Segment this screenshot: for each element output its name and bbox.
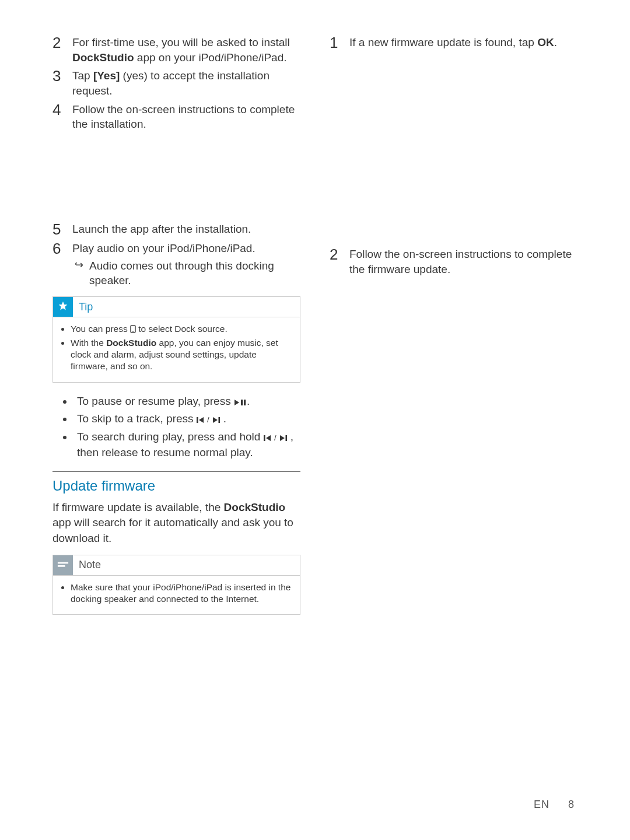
- step-number: 2: [330, 247, 341, 276]
- page-footer: EN 8: [534, 799, 575, 811]
- tip-box: Tip You can press to select Dock source.…: [52, 296, 300, 383]
- step-number: 3: [52, 68, 64, 98]
- step-number: 4: [52, 102, 64, 132]
- dock-icon: [130, 324, 136, 334]
- step-text: Launch the app after the installation.: [72, 222, 300, 237]
- step-result: ↪ Audio comes out through this docking s…: [75, 258, 300, 288]
- svg-rect-4: [197, 417, 198, 423]
- note-box: Note Make sure that your iPod/iPhone/iPa…: [52, 555, 300, 615]
- image-placeholder: [52, 135, 300, 222]
- svg-rect-11: [58, 565, 65, 567]
- right-column: 1 If a new firmware update is found, tap…: [330, 35, 578, 625]
- step-2-right: 2 Follow the on-screen instructions to c…: [330, 247, 578, 276]
- svg-rect-3: [244, 400, 246, 405]
- step-text: Follow the on-screen instructions to com…: [349, 247, 578, 276]
- list-item: To skip to a track, press /.: [74, 411, 300, 427]
- step-2: 2 For first-time use, you will be asked …: [52, 35, 300, 65]
- svg-text:/: /: [207, 416, 209, 424]
- update-firmware-text: If firmware update is available, the Doc…: [52, 500, 300, 547]
- svg-point-1: [132, 331, 134, 332]
- step-5: 5 Launch the app after the installation.: [52, 222, 300, 237]
- step-number: 2: [52, 35, 64, 65]
- step-6: 6 Play audio on your iPod/iPhone/iPad. ↪…: [52, 241, 300, 288]
- section-divider: [52, 471, 300, 472]
- note-header: Note: [53, 555, 300, 576]
- step-3: 3 Tap [Yes] (yes) to accept the installa…: [52, 68, 300, 98]
- result-arrow-icon: ↪: [75, 258, 83, 288]
- tip-item: With the DockStudio app, you can enjoy m…: [71, 337, 292, 372]
- tip-item: You can press to select Dock source.: [71, 323, 292, 335]
- list-item: To search during play, press and hold /,…: [74, 429, 300, 461]
- prev-next-icon: /: [197, 412, 223, 425]
- tip-icon: [53, 297, 73, 317]
- step-number: 5: [52, 222, 64, 237]
- controls-list: To pause or resume play, press . To skip…: [52, 393, 300, 461]
- note-item: Make sure that your iPod/iPhone/iPad is …: [71, 582, 292, 605]
- prev-next-icon: /: [264, 430, 290, 443]
- step-4: 4 Follow the on-screen instructions to c…: [52, 102, 300, 132]
- svg-text:/: /: [274, 435, 276, 442]
- step-1-right: 1 If a new firmware update is found, tap…: [330, 35, 578, 51]
- note-body: Make sure that your iPod/iPhone/iPad is …: [53, 576, 300, 614]
- tip-body: You can press to select Dock source. Wit…: [53, 317, 300, 382]
- step-number: 6: [52, 241, 64, 288]
- image-placeholder: [330, 54, 578, 247]
- step-text: Tap [Yes] (yes) to accept the installati…: [72, 68, 300, 98]
- page-columns: 2 For first-time use, you will be asked …: [52, 35, 578, 625]
- note-title: Note: [79, 559, 101, 571]
- step-text: Play audio on your iPod/iPhone/iPad. ↪ A…: [72, 241, 300, 288]
- step-number: 1: [330, 35, 341, 51]
- footer-lang: EN: [534, 799, 550, 810]
- svg-rect-10: [58, 562, 68, 564]
- play-pause-icon: [234, 395, 247, 407]
- step-text: For first-time use, you will be asked to…: [72, 35, 300, 65]
- update-firmware-title: Update firmware: [52, 478, 300, 494]
- footer-page-number: 8: [568, 799, 575, 810]
- left-column: 2 For first-time use, you will be asked …: [52, 35, 300, 625]
- step-text: If a new firmware update is found, tap O…: [349, 35, 578, 51]
- svg-rect-6: [218, 417, 220, 423]
- tip-header: Tip: [53, 297, 300, 317]
- svg-rect-2: [241, 400, 243, 405]
- tip-title: Tip: [79, 301, 93, 313]
- list-item: To pause or resume play, press .: [74, 393, 300, 410]
- note-icon: [53, 555, 73, 575]
- step-text: Follow the on-screen instructions to com…: [72, 102, 300, 132]
- svg-rect-9: [285, 435, 287, 441]
- svg-rect-7: [264, 435, 265, 441]
